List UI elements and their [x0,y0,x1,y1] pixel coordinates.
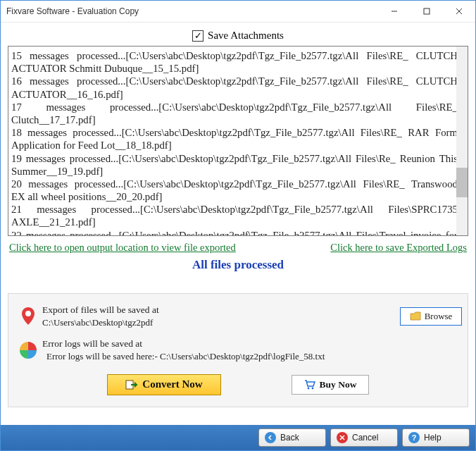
cancel-x-icon [337,432,348,443]
scrollbar-track[interactable] [456,47,468,235]
buy-now-button[interactable]: Buy Now [292,375,369,395]
pie-chart-icon [14,341,42,359]
open-output-link[interactable]: Click here to open output location to vi… [9,242,236,254]
export-path: C:\Users\abc\Desktop\tgz2pdf [42,316,400,329]
browse-label: Browse [425,311,453,322]
log-line: 21 messages processed...[C:\Users\abc\De… [11,203,458,228]
links-row: Click here to open output location to vi… [8,236,468,255]
svg-point-4 [25,311,31,316]
log-line: 18 messages processed...[C:\Users\abc\De… [11,126,458,152]
maximize-button[interactable] [411,1,443,22]
save-attachments-label: Save Attachments [208,30,284,42]
error-path: Error logs will be saved here:- C:\Users… [42,350,462,363]
back-arrow-icon [265,432,276,443]
help-button[interactable]: ? Help [402,428,470,447]
svg-rect-1 [424,8,430,14]
log-line: 16 messages processed...[C:\Users\abc\De… [11,75,458,100]
paths-panel: Export of files will be saved at C:\User… [8,293,468,407]
location-pin-icon [14,307,42,326]
error-label: Error logs will be saved at [42,338,462,350]
error-log-row: Error logs will be saved at Error logs w… [14,333,462,367]
cancel-button[interactable]: Cancel [330,428,398,447]
processed-status: All files processed [8,255,468,279]
export-path-row: Export of files will be saved at C:\User… [14,299,462,333]
save-logs-link[interactable]: Click here to save Exported Logs [330,242,467,254]
convert-label: Convert Now [142,378,202,390]
convert-icon [125,379,138,390]
scrollbar-thumb[interactable] [456,168,468,197]
back-label: Back [280,433,299,443]
save-attachments-checkbox[interactable]: ✓ [192,30,203,42]
folder-icon [410,311,421,321]
cancel-label: Cancel [352,433,378,443]
log-content[interactable]: 15 messages processed...[C:\Users\abc\De… [8,47,468,235]
action-row: Convert Now Buy Now [14,367,462,400]
export-label: Export of files will be saved at [42,304,400,316]
help-question-icon: ? [408,432,420,443]
titlebar: Fixvare Software - Evaluation Copy [1,1,475,23]
buy-label: Buy Now [320,379,357,390]
svg-point-7 [311,387,313,389]
browse-button[interactable]: Browse [400,307,462,326]
footer-bar: Back Cancel ? Help [1,425,475,450]
cart-icon [304,380,315,390]
log-line: 19 messages processed...[C:\Users\abc\De… [11,152,458,178]
back-button[interactable]: Back [258,428,326,447]
save-attachments-row: ✓ Save Attachments [8,28,468,46]
log-line: 17 messages processed...[C:\Users\abc\De… [11,101,458,126]
log-line: 22 messages processed...[C:\Users\abc\De… [11,229,458,235]
minimize-button[interactable] [378,1,411,22]
log-line: 15 messages processed...[C:\Users\abc\De… [11,49,458,75]
svg-point-6 [307,387,309,389]
log-line: 20 messages processed...[C:\Users\abc\De… [11,178,458,203]
close-button[interactable] [443,1,475,22]
window-title: Fixvare Software - Evaluation Copy [6,6,378,16]
log-box: 15 messages processed...[C:\Users\abc\De… [8,46,468,236]
convert-now-button[interactable]: Convert Now [107,374,221,395]
help-label: Help [424,433,441,443]
